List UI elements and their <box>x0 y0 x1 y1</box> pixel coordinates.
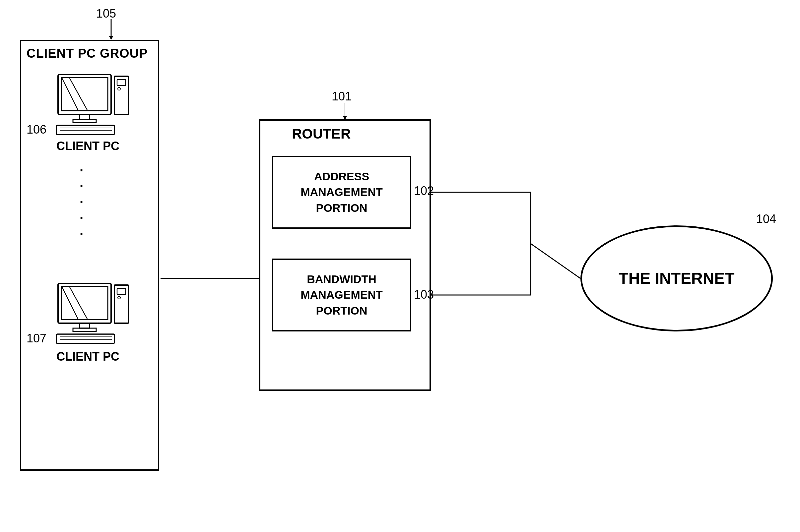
internet-label: THE INTERNET <box>618 268 734 289</box>
client-pc-label-top: CLIENT PC <box>51 139 124 153</box>
svg-point-35 <box>118 296 120 299</box>
svg-rect-20 <box>73 119 96 122</box>
ref-103-label: 103 <box>414 288 434 302</box>
svg-rect-15 <box>58 75 111 114</box>
ref-101-label: 101 <box>332 90 352 103</box>
svg-rect-31 <box>80 323 90 328</box>
internet-ellipse: THE INTERNET <box>580 225 773 331</box>
diagram-container: CLIENT PC GROUP 105 106 107 CL <box>0 0 800 532</box>
dots: ····· <box>80 163 85 242</box>
ref-105-label: 105 <box>96 7 116 21</box>
bandwidth-management-portion-label: BANDWIDTHMANAGEMENTPORTION <box>300 271 383 319</box>
ref-104-label: 104 <box>756 212 776 226</box>
svg-line-30 <box>70 287 87 319</box>
svg-rect-32 <box>73 328 96 331</box>
svg-line-8 <box>531 244 580 279</box>
bandwidth-management-portion-box: BANDWIDTHMANAGEMENTPORTION <box>272 259 411 331</box>
client-pc-label-bottom: CLIENT PC <box>51 350 124 364</box>
svg-rect-21 <box>114 76 128 114</box>
router-label: ROUTER <box>292 126 351 142</box>
svg-rect-22 <box>117 79 126 86</box>
svg-rect-33 <box>114 285 128 323</box>
svg-point-23 <box>118 88 120 90</box>
svg-rect-24 <box>56 125 114 135</box>
svg-line-29 <box>62 287 78 319</box>
svg-line-18 <box>70 78 87 110</box>
svg-line-17 <box>62 78 78 110</box>
ref-102-label: 102 <box>414 184 434 198</box>
ref-106-label: 106 <box>26 122 46 137</box>
svg-rect-36 <box>56 334 114 343</box>
computer-icon-bottom <box>51 282 131 349</box>
svg-rect-27 <box>58 283 111 323</box>
ref-107-label: 107 <box>26 331 46 345</box>
address-management-portion-box: ADDRESSMANAGEMENTPORTION <box>272 156 411 229</box>
computer-icon-top <box>51 73 131 140</box>
address-management-portion-label: ADDRESSMANAGEMENTPORTION <box>300 169 383 216</box>
svg-rect-19 <box>80 114 90 119</box>
svg-rect-34 <box>117 288 126 294</box>
svg-marker-1 <box>109 36 113 40</box>
client-pc-group-label: CLIENT PC GROUP <box>26 46 148 61</box>
